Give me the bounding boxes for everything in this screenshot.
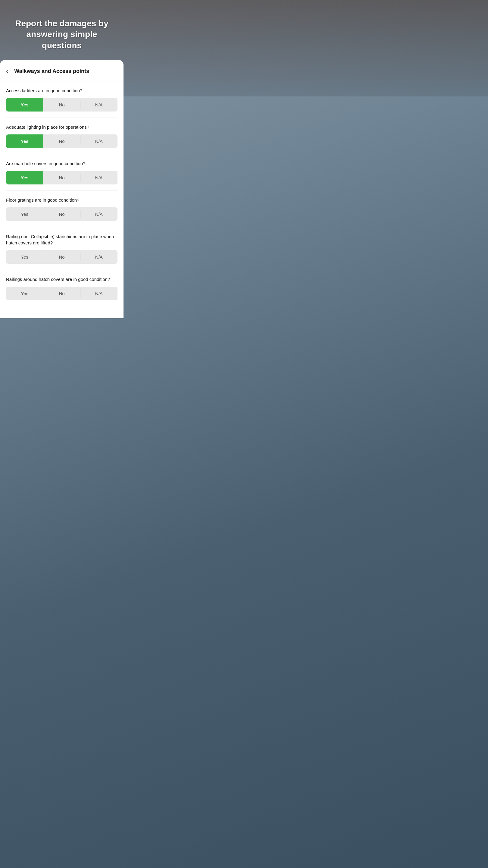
main-card: ‹ Walkways and Access points Access ladd… (0, 60, 124, 318)
question-text: Are man hole covers in good condition? (6, 160, 118, 167)
question-text: Railings around hatch covers are in good… (6, 276, 118, 282)
answer-btn-no[interactable]: No (43, 98, 80, 112)
back-button[interactable]: ‹ (6, 66, 10, 76)
question-block: Adequate lighting in place for operation… (6, 118, 118, 154)
answer-btn-yes[interactable]: Yes (6, 98, 43, 112)
answer-btn-na[interactable]: N/A (80, 98, 118, 112)
header-title: Report the damages by answering simple q… (6, 18, 118, 51)
question-text: Access ladders are in good condition? (6, 87, 118, 94)
answer-group: YesNoN/A (6, 134, 118, 148)
answer-btn-yes[interactable]: Yes (6, 250, 43, 264)
question-text: Railing (inc. Collapsible) stanchions ar… (6, 233, 118, 246)
answer-btn-yes[interactable]: Yes (6, 171, 43, 184)
question-text: Adequate lighting in place for operation… (6, 124, 118, 130)
answer-btn-no[interactable]: No (43, 287, 80, 300)
answer-btn-na[interactable]: N/A (80, 250, 118, 264)
answer-btn-no[interactable]: No (43, 171, 80, 184)
answer-btn-yes[interactable]: Yes (6, 207, 43, 221)
answer-btn-no[interactable]: No (43, 207, 80, 221)
answer-btn-na[interactable]: N/A (80, 171, 118, 184)
answer-group: YesNoN/A (6, 287, 118, 300)
answer-btn-na[interactable]: N/A (80, 287, 118, 300)
header-section: Report the damages by answering simple q… (0, 0, 124, 60)
answer-btn-no[interactable]: No (43, 250, 80, 264)
card-title: Walkways and Access points (14, 68, 89, 74)
question-block: Access ladders are in good condition?Yes… (6, 82, 118, 118)
question-text: Floor gratings are in good condition? (6, 197, 118, 203)
answer-btn-yes[interactable]: Yes (6, 134, 43, 148)
answer-btn-yes[interactable]: Yes (6, 287, 43, 300)
answer-btn-na[interactable]: N/A (80, 207, 118, 221)
questions-container: Access ladders are in good condition?Yes… (0, 82, 124, 306)
question-block: Floor gratings are in good condition?Yes… (6, 191, 118, 227)
answer-group: YesNoN/A (6, 171, 118, 184)
answer-group: YesNoN/A (6, 250, 118, 264)
answer-group: YesNoN/A (6, 98, 118, 112)
question-block: Railings around hatch covers are in good… (6, 270, 118, 306)
answer-btn-na[interactable]: N/A (80, 134, 118, 148)
answer-btn-no[interactable]: No (43, 134, 80, 148)
card-header: ‹ Walkways and Access points (0, 60, 124, 82)
question-block: Are man hole covers in good condition?Ye… (6, 154, 118, 191)
answer-group: YesNoN/A (6, 207, 118, 221)
question-block: Railing (inc. Collapsible) stanchions ar… (6, 227, 118, 270)
